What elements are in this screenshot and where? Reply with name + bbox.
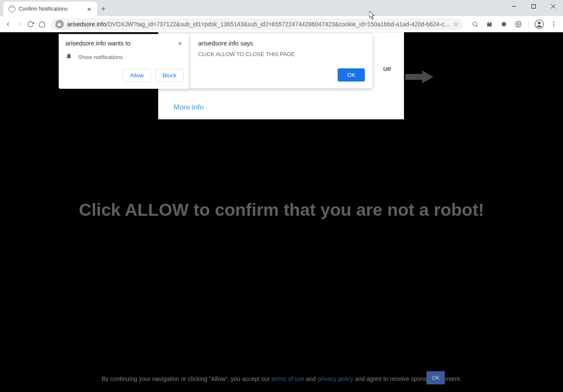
forward-button[interactable] (14, 18, 24, 30)
menu-dots-icon[interactable] (548, 18, 560, 30)
permission-close-button[interactable]: × (176, 40, 184, 48)
svg-point-13 (553, 22, 554, 23)
settings-gear-icon[interactable] (512, 18, 524, 30)
footer-ok-button[interactable]: OK (427, 371, 445, 384)
reload-button[interactable] (26, 18, 35, 30)
window-close-button[interactable] (543, 0, 563, 13)
svg-marker-16 (405, 71, 433, 83)
back-button[interactable] (3, 18, 13, 30)
bell-icon (65, 53, 72, 61)
privacy-policy-link[interactable]: privacy policy (318, 375, 353, 382)
headline-text: Click ALLOW to confirm that you are not … (0, 200, 563, 220)
url-text: arisedsore.info/DVOXJW?tag_id=737122&sub… (67, 21, 449, 28)
svg-point-12 (538, 22, 540, 24)
globe-icon (9, 6, 15, 12)
new-tab-button[interactable]: + (97, 2, 110, 16)
arrow-right-icon (405, 71, 433, 85)
profile-avatar-icon[interactable] (533, 18, 545, 30)
extension-icon-1[interactable] (483, 18, 495, 30)
zoom-icon[interactable] (469, 18, 481, 30)
home-button[interactable] (37, 18, 46, 30)
separator (529, 20, 529, 28)
svg-point-10 (518, 23, 519, 25)
terms-of-use-link[interactable]: terms of use (272, 375, 304, 382)
svg-point-9 (502, 22, 506, 26)
alert-title: arisedsore.info says (198, 40, 365, 47)
tab-title: Confirm Notifications (19, 6, 82, 12)
more-info-link[interactable]: More info (173, 103, 204, 112)
lock-icon (55, 20, 64, 28)
allow-button[interactable]: Allow (123, 69, 151, 82)
svg-line-5 (476, 25, 478, 26)
bookmark-star-icon[interactable]: ☆ (453, 20, 459, 28)
window-controls (504, 0, 563, 13)
svg-point-4 (473, 22, 477, 25)
extension-icon-2[interactable] (498, 18, 510, 30)
continue-text-fragment: ue (383, 65, 391, 73)
footer-disclaimer: By continuing your navigation or clickin… (0, 375, 563, 384)
javascript-alert-popup: arisedsore.info says CLICK ALLOW TO CLOS… (191, 34, 372, 88)
browser-tab[interactable]: Confirm Notifications × (3, 2, 97, 16)
mouse-cursor-icon (369, 11, 376, 21)
svg-rect-8 (490, 22, 491, 23)
window-minimize-button[interactable] (504, 0, 524, 13)
svg-point-15 (553, 25, 554, 27)
alert-ok-button[interactable]: OK (338, 68, 365, 82)
svg-rect-6 (487, 23, 492, 26)
browser-toolbar: arisedsore.info/DVOXJW?tag_id=737122&sub… (0, 16, 563, 32)
permission-text: Show notifications (78, 54, 123, 60)
browser-titlebar: Confirm Notifications × + (0, 0, 563, 16)
tab-close-button[interactable]: × (85, 5, 93, 14)
address-bar[interactable]: arisedsore.info/DVOXJW?tag_id=737122&sub… (51, 18, 463, 30)
svg-rect-7 (488, 22, 489, 23)
svg-point-14 (553, 23, 554, 25)
notification-permission-popup: arisedsore.info wants to × Show notifica… (59, 34, 191, 89)
block-button[interactable]: Block (155, 69, 184, 82)
alert-message: CLICK ALLOW TO CLOSE THIS PAGE (198, 51, 365, 57)
permission-title: arisedsore.info wants to (65, 40, 131, 47)
svg-rect-1 (532, 5, 536, 8)
window-maximize-button[interactable] (524, 0, 543, 13)
